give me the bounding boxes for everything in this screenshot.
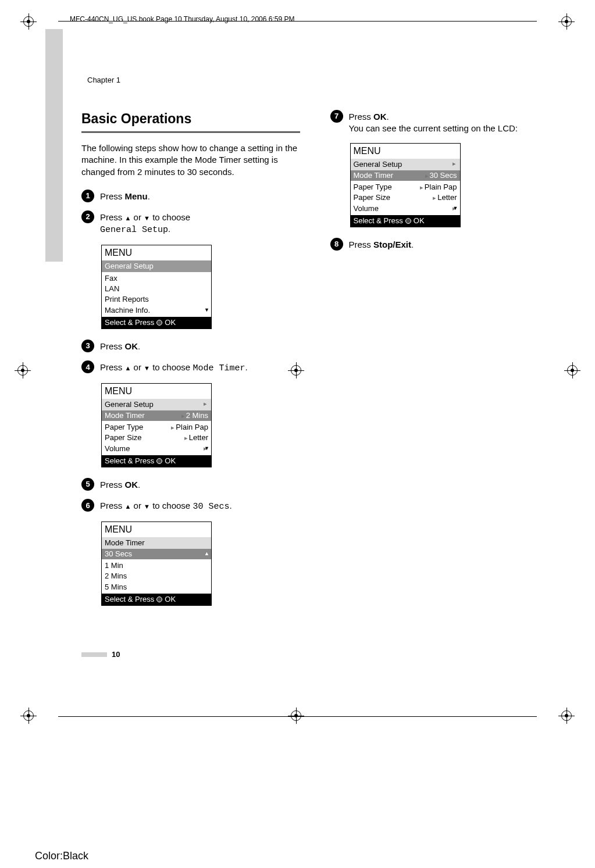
step-body: Press Menu. bbox=[100, 190, 300, 202]
crop-mark bbox=[561, 16, 572, 27]
lcd-list: Paper Type▸Plain Pap Paper Size▸Letter V… bbox=[351, 181, 460, 215]
text: to choose bbox=[150, 362, 193, 372]
step-bullet: 5 bbox=[81, 478, 94, 491]
bold-text: OK bbox=[125, 341, 138, 351]
arrow-icon: ▸ bbox=[184, 434, 189, 441]
step-body: Press or to choose Mode Timer. bbox=[100, 360, 300, 374]
lcd-item: LAN bbox=[102, 284, 211, 294]
lcd-row: Volume▸▼ bbox=[102, 444, 211, 454]
step-body: Press or to choose General Setup. bbox=[100, 210, 300, 237]
crop-mark bbox=[17, 365, 28, 376]
lcd-footer-text: Select & Press bbox=[105, 456, 154, 466]
text: Press bbox=[100, 362, 125, 372]
bold-text: Menu bbox=[125, 191, 148, 201]
content-columns: Basic Operations The following steps sho… bbox=[81, 110, 548, 616]
lcd-row-label: 30 Secs bbox=[105, 549, 132, 559]
lcd-sub-label: General Setup bbox=[354, 160, 402, 169]
text: to choose bbox=[150, 212, 190, 222]
chapter-label: Chapter 1 bbox=[87, 76, 548, 84]
arrow-icon: ▸ bbox=[181, 412, 186, 419]
bottom-rule bbox=[58, 716, 537, 717]
lcd-screen-2: MENU General Setup▸ Mode Timer▸2 Mins Pa… bbox=[101, 383, 212, 468]
lcd-row-value-text: 30 Secs bbox=[430, 171, 457, 180]
lcd-footer-text: Select & Press bbox=[105, 595, 154, 604]
step-body: Press OK. bbox=[100, 478, 300, 491]
step-bullet: 4 bbox=[81, 360, 94, 373]
lcd-row-label: Paper Type bbox=[354, 183, 392, 192]
lcd-item-label: Fax bbox=[105, 274, 117, 283]
arrow-icon: ▸ bbox=[204, 400, 208, 408]
lcd-row-value-text: Letter bbox=[437, 193, 457, 202]
text: Press bbox=[100, 501, 125, 510]
lcd-row: Paper Size▸Letter bbox=[351, 192, 460, 203]
step-1: 1 Press Menu. bbox=[81, 190, 300, 202]
down-triangle-icon bbox=[144, 212, 150, 222]
lcd-footer: Select & PressOK bbox=[102, 594, 211, 605]
step-bullet: 1 bbox=[81, 190, 94, 202]
lcd-item-label: Machine Info. bbox=[105, 306, 150, 315]
lcd-footer: Select & PressOK bbox=[102, 455, 211, 467]
text: . bbox=[148, 191, 150, 201]
step-body: Press Stop/Exit. bbox=[349, 238, 549, 251]
scroll-down-icon: ▼ bbox=[204, 307, 209, 313]
lcd-sub: General Setup▸ bbox=[102, 399, 211, 410]
lcd-item-label: LAN bbox=[105, 284, 119, 294]
lcd-row: 5 Mins bbox=[102, 582, 211, 592]
step-body: Press OK. bbox=[100, 340, 300, 352]
page-number-bar bbox=[81, 652, 107, 657]
text: . bbox=[229, 501, 231, 510]
crop-mark bbox=[567, 365, 578, 376]
lcd-screen-1: MENU General Setup Fax LAN Print Reports… bbox=[101, 245, 212, 330]
scroll-down-icon: ▼ bbox=[453, 205, 458, 212]
lcd-row-selected: Mode Timer▸2 Mins bbox=[102, 410, 211, 421]
step-body: Press OK. You can see the current settin… bbox=[349, 110, 549, 135]
ok-dot-icon bbox=[405, 218, 411, 224]
text: Press bbox=[349, 112, 374, 122]
ok-dot-icon bbox=[156, 320, 162, 326]
lcd-ok-label: OK bbox=[165, 595, 176, 604]
step-bullet: 3 bbox=[81, 340, 94, 352]
lcd-row-label: Volume bbox=[354, 204, 379, 213]
step-bullet: 2 bbox=[81, 210, 94, 223]
step-3: 3 Press OK. bbox=[81, 340, 300, 352]
lcd-screen-4: MENU General Setup▸ Mode Timer▸30 Secs P… bbox=[350, 143, 461, 228]
lcd-row: 2 Mins bbox=[102, 571, 211, 581]
lcd-ok-label: OK bbox=[165, 456, 176, 466]
up-triangle-icon bbox=[125, 362, 131, 372]
lcd-footer-text: Select & Press bbox=[105, 318, 154, 327]
step-4: 4 Press or to choose Mode Timer. bbox=[81, 360, 300, 374]
lcd-row-label: Paper Size bbox=[354, 193, 391, 202]
side-tab bbox=[45, 29, 63, 262]
lcd-row-value-text: 2 Mins bbox=[186, 411, 208, 420]
bold-text: Stop/Exit bbox=[373, 240, 411, 249]
lcd-footer: Select & PressOK bbox=[351, 215, 460, 227]
page-content: Chapter 1 Basic Operations The following… bbox=[81, 76, 548, 616]
text: . bbox=[138, 480, 140, 490]
lcd-row-label: Mode Timer bbox=[105, 411, 145, 420]
lcd-item: Print Reports bbox=[102, 294, 211, 305]
lcd-sub: General Setup▸ bbox=[351, 159, 460, 170]
lcd-row: Paper Size▸Letter bbox=[102, 433, 211, 443]
lcd-ok-label: OK bbox=[414, 216, 425, 226]
down-triangle-icon bbox=[144, 362, 150, 372]
lcd-row-selected: 30 Secs▲ bbox=[102, 549, 211, 559]
lcd-list: Paper Type▸Plain Pap Paper Size▸Letter V… bbox=[102, 421, 211, 455]
ok-dot-icon bbox=[156, 596, 162, 602]
intro-text: The following steps show how to change a… bbox=[81, 142, 300, 178]
right-column: 7 Press OK. You can see the current sett… bbox=[330, 110, 549, 616]
lcd-row-value: ▸2 Mins bbox=[181, 411, 208, 420]
text: Press bbox=[100, 480, 125, 490]
text: to choose bbox=[150, 501, 193, 510]
text: . bbox=[411, 240, 414, 249]
step-body: Press or to choose 30 Secs. bbox=[100, 499, 300, 513]
lcd-screen-3: MENU Mode Timer 30 Secs▲ 1 Min 2 Mins 5 … bbox=[101, 521, 212, 606]
lcd-row-value: ▸Plain Pap bbox=[171, 423, 208, 432]
step-5: 5 Press OK. bbox=[81, 478, 300, 491]
up-triangle-icon bbox=[125, 212, 131, 222]
arrow-icon: ▸ bbox=[453, 160, 457, 168]
lcd-row-value: ▸Letter bbox=[433, 193, 457, 202]
page-title: Basic Operations bbox=[81, 110, 300, 128]
page-number-row: 10 bbox=[81, 650, 120, 659]
lcd-list: Fax LAN Print Reports Machine Info.▼ bbox=[102, 272, 211, 317]
lcd-row-label: Paper Size bbox=[105, 433, 142, 442]
